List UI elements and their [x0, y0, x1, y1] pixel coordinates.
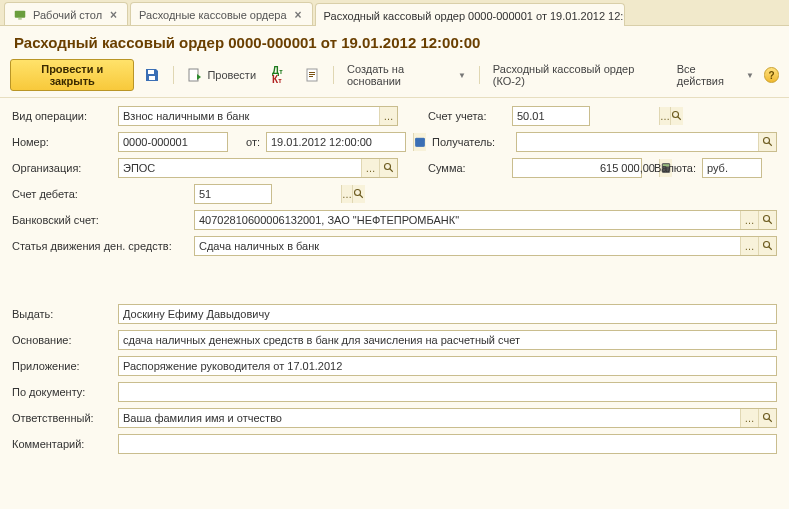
- comment-label: Комментарий:: [12, 438, 112, 450]
- magnifier-button[interactable]: [758, 211, 776, 229]
- svg-rect-7: [309, 74, 315, 75]
- ellipsis-button[interactable]: …: [659, 107, 670, 125]
- magnifier-button[interactable]: [758, 237, 776, 255]
- bank-account-label: Банковский счет:: [12, 214, 188, 226]
- date-input[interactable]: [267, 133, 413, 151]
- post-label: Провести: [207, 69, 256, 81]
- magnifier-button[interactable]: [352, 185, 365, 203]
- cash-flow-item-field[interactable]: …: [194, 236, 777, 256]
- attachment-field[interactable]: [118, 356, 777, 376]
- from-label: от:: [234, 136, 260, 148]
- issue-to-field[interactable]: [118, 304, 777, 324]
- separator: [173, 66, 174, 84]
- svg-rect-4: [189, 69, 198, 81]
- ellipsis-button[interactable]: …: [361, 159, 379, 177]
- number-label: Номер:: [12, 136, 112, 148]
- bank-account-input[interactable]: [195, 211, 740, 229]
- by-document-input[interactable]: [119, 383, 776, 401]
- organization-input[interactable]: [119, 159, 361, 177]
- dtkt-icon: ДтКт: [272, 67, 288, 83]
- svg-point-13: [763, 138, 769, 144]
- debit-account-field[interactable]: …: [194, 184, 272, 204]
- desktop-icon: [13, 8, 27, 22]
- magnifier-button[interactable]: [379, 159, 397, 177]
- sum-label: Сумма:: [428, 162, 506, 174]
- all-actions-button[interactable]: Все действия ▼: [671, 60, 760, 90]
- basis-field[interactable]: [118, 330, 777, 350]
- save-button[interactable]: [138, 64, 166, 86]
- tab-desktop[interactable]: Рабочий стол ×: [4, 2, 128, 25]
- svg-point-9: [673, 112, 679, 118]
- comment-input[interactable]: [119, 435, 776, 453]
- cash-flow-item-label: Статья движения ден. средств:: [12, 240, 188, 252]
- sum-input[interactable]: [513, 159, 659, 177]
- debit-account-input[interactable]: [195, 185, 341, 203]
- attachment-input[interactable]: [119, 357, 776, 375]
- magnifier-button[interactable]: [670, 107, 683, 125]
- by-document-label: По документу:: [12, 386, 112, 398]
- organization-field[interactable]: …: [118, 158, 398, 178]
- currency-input[interactable]: [703, 159, 789, 177]
- page-header: Расходный кассовый ордер 0000-000001 от …: [0, 26, 789, 55]
- operation-type-field[interactable]: …: [118, 106, 398, 126]
- responsible-input[interactable]: [119, 409, 740, 427]
- ellipsis-button[interactable]: …: [740, 409, 758, 427]
- ellipsis-button[interactable]: …: [740, 211, 758, 229]
- cash-flow-item-input[interactable]: [195, 237, 740, 255]
- svg-line-14: [768, 143, 771, 146]
- app-window: Рабочий стол × Расходные кассовые ордера…: [0, 0, 789, 509]
- separator: [333, 66, 334, 84]
- help-button[interactable]: ?: [764, 67, 779, 83]
- chevron-down-icon: ▼: [458, 71, 466, 80]
- operation-type-input[interactable]: [119, 107, 379, 125]
- recipient-field[interactable]: [516, 132, 777, 152]
- tab-label: Расходный кассовый ордер 0000-000001 от …: [324, 10, 625, 22]
- account-input[interactable]: [513, 107, 659, 125]
- report-button[interactable]: [298, 64, 326, 86]
- by-document-field[interactable]: [118, 382, 777, 402]
- svg-line-22: [360, 195, 363, 198]
- close-icon[interactable]: ×: [293, 8, 304, 22]
- operation-type-label: Вид операции:: [12, 110, 112, 122]
- tab-label: Расходные кассовые ордера: [139, 9, 287, 21]
- recipient-label: Получатель:: [432, 136, 510, 148]
- account-field[interactable]: …: [512, 106, 590, 126]
- svg-line-26: [768, 247, 771, 250]
- dt-kt-button[interactable]: ДтКт: [266, 64, 294, 86]
- post-button[interactable]: Провести: [181, 64, 262, 86]
- form-area: Вид операции: … Счет учета: … Номер: от:: [0, 98, 789, 468]
- post-and-close-button[interactable]: Провести и закрыть: [10, 59, 134, 91]
- magnifier-button[interactable]: [758, 409, 776, 427]
- tab-order-document[interactable]: Расходный кассовый ордер 0000-000001 от …: [315, 3, 625, 26]
- organization-label: Организация:: [12, 162, 112, 174]
- currency-field[interactable]: [702, 158, 762, 178]
- calendar-button[interactable]: [413, 133, 426, 151]
- print-form-button[interactable]: Расходный кассовый ордер (КО-2): [487, 60, 663, 90]
- svg-rect-8: [309, 76, 313, 77]
- responsible-field[interactable]: …: [118, 408, 777, 428]
- sum-field[interactable]: [512, 158, 642, 178]
- floppy-icon: [144, 67, 160, 83]
- print-form-label: Расходный кассовый ордер (КО-2): [493, 63, 657, 87]
- create-based-on-button[interactable]: Создать на основании ▼: [341, 60, 472, 90]
- bank-account-field[interactable]: …: [194, 210, 777, 230]
- issue-to-input[interactable]: [119, 305, 776, 323]
- magnifier-button[interactable]: [758, 133, 776, 151]
- close-icon[interactable]: ×: [108, 8, 119, 22]
- chevron-down-icon: ▼: [746, 71, 754, 80]
- post-icon: [187, 67, 203, 83]
- ellipsis-button[interactable]: …: [379, 107, 397, 125]
- recipient-input[interactable]: [517, 133, 758, 151]
- svg-line-24: [768, 221, 771, 224]
- basis-input[interactable]: [119, 331, 776, 349]
- comment-field[interactable]: [118, 434, 777, 454]
- ellipsis-button[interactable]: …: [341, 185, 352, 203]
- date-field[interactable]: [266, 132, 406, 152]
- svg-rect-12: [416, 138, 425, 140]
- svg-point-27: [763, 414, 769, 420]
- report-icon: [304, 67, 320, 83]
- tab-orders-list[interactable]: Расходные кассовые ордера ×: [130, 2, 313, 25]
- ellipsis-button[interactable]: …: [740, 237, 758, 255]
- svg-line-28: [768, 419, 771, 422]
- number-field[interactable]: [118, 132, 228, 152]
